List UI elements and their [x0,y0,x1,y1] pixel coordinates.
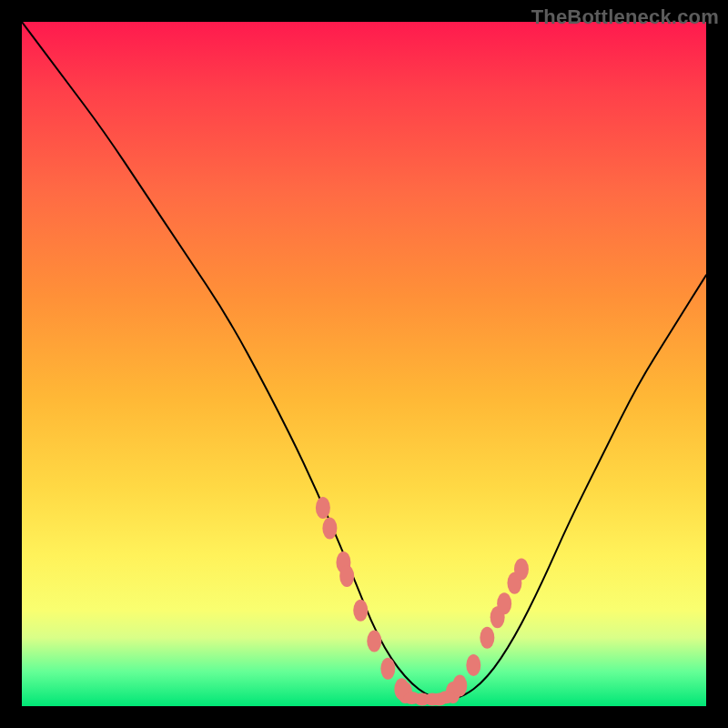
bead [480,627,494,649]
bead-cluster-right [446,559,529,703]
bead [322,517,337,539]
bead [497,592,511,614]
bead [339,565,354,587]
bead [438,691,454,703]
bead [367,631,381,652]
bead [514,559,529,581]
chart-frame [22,22,706,706]
bead [452,674,467,696]
chart-svg [22,22,706,706]
bead-cluster-bottom [404,691,455,705]
curve-line [22,22,706,699]
bead [380,658,395,680]
bead-cluster-left [316,497,412,703]
bead [316,497,330,519]
watermark-label: TheBottleneck.com [531,5,719,29]
bead [466,654,480,676]
bead [353,600,368,622]
